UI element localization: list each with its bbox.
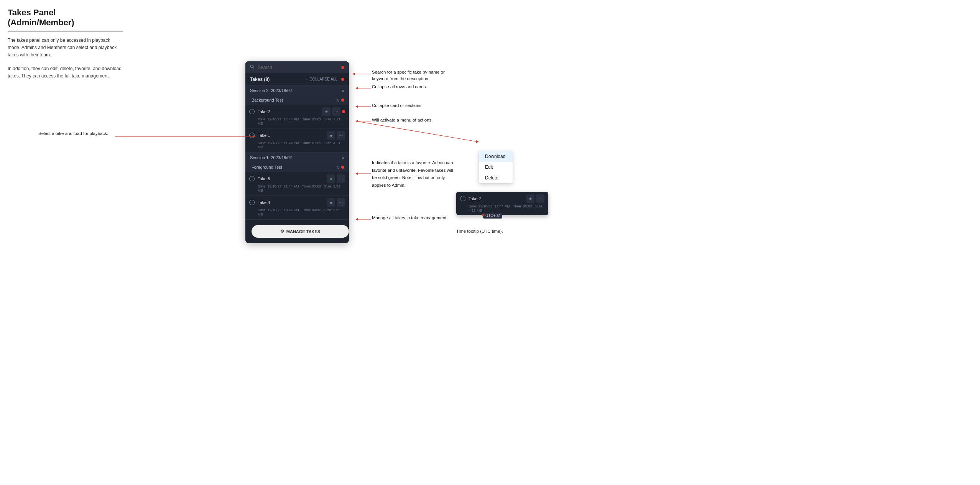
search-input[interactable] — [258, 65, 338, 70]
bottom-take-favorite-button[interactable]: ★ — [526, 194, 534, 203]
ellipsis-icon: ⋯ — [334, 110, 338, 114]
bottom-take-card: Take 2 ★ ⋯ Date: 12/10/22, 12:44 PM Time… — [456, 192, 548, 215]
card-chevron-up-icon-2: ∧ — [336, 165, 339, 169]
take-2-favorite-button[interactable]: ★ — [322, 107, 331, 116]
take-2-name: Take 2 — [258, 109, 270, 114]
session-header-2[interactable]: Session 2: 2023/18/02 ∧ — [245, 85, 349, 95]
manage-annotation: Manage all takes in take management. — [372, 215, 448, 221]
take-row-4: Take 4 ★ ⋯ Date: 12/10/22, 10:44 AM Time… — [245, 196, 349, 219]
take-4-meta: Date: 12/10/22, 10:44 AM Time: 04:02 Siz… — [249, 208, 345, 216]
left-section: Takes Panel (Admin/Member) The takes pan… — [8, 8, 123, 86]
take-row-2: Take 2 ★ ⋯ Date: 12/10/22, 12:44 PM Time… — [245, 105, 349, 128]
context-menu: Download Edit Delete — [478, 151, 513, 184]
take-2-actions: ★ ⋯ — [322, 107, 345, 116]
takes-count-label: Takes (8) — [250, 77, 270, 82]
favorite-annotation: Indicates if a take is a favorite. Admin… — [372, 159, 456, 189]
take-5-actions: ★ ⋯ — [327, 174, 345, 183]
time-tooltip-annotation: Time tooltip (UTC time). — [456, 228, 503, 235]
take-1-actions: ★ ⋯ — [327, 131, 345, 140]
session-title-1: Session 1: 2023/18/02 — [250, 155, 292, 160]
utc-tooltip: UTC+02 — [483, 213, 502, 219]
card-header-foreground[interactable]: Foreground Test ∧ — [245, 163, 349, 172]
take-4-favorite-button[interactable]: ★ — [327, 198, 335, 207]
collapse-card-annotation: Collapse card or sections. — [372, 102, 423, 109]
bottom-take-meta: Date: 12/10/22, 12:44 PM Time: 05:02 Siz… — [460, 204, 544, 212]
takes-header: Takes (8) + COLLAPSE ALL — [245, 73, 349, 85]
collapse-annotation-dot — [341, 78, 344, 81]
card-chevron-up-icon: ∧ — [336, 98, 339, 102]
take-4-menu-button[interactable]: ⋯ — [337, 198, 345, 207]
search-bar — [245, 61, 349, 73]
session-group-2: Session 2: 2023/18/02 ∧ Background Test … — [245, 85, 349, 153]
take-4-actions: ★ ⋯ — [327, 198, 345, 207]
take-1-meta: Date: 12/10/22, 11:44 PM Time: 07:02 Siz… — [249, 141, 345, 149]
background-test-card: Background Test ∧ Take 2 ★ ⋯ — [245, 95, 349, 152]
take-row-5: Take 5 ★ ⋯ Date: 12/10/22, 11:44 AM Time… — [245, 172, 349, 196]
svg-line-1 — [253, 67, 254, 69]
take-1-radio[interactable] — [249, 133, 255, 138]
session-group-1: Session 1: 2023/18/02 ∧ Foreground Test … — [245, 153, 349, 220]
take-2-meta: Date: 12/10/22, 12:44 PM Time: 05:02 Siz… — [249, 117, 345, 125]
take-1-favorite-button[interactable]: ★ — [327, 131, 335, 140]
take-5-name: Take 5 — [258, 176, 270, 181]
ellipsis-icon-2: ⋯ — [339, 133, 343, 138]
card-collapse-dot — [341, 99, 344, 102]
bottom-take-actions: ★ ⋯ — [526, 194, 544, 203]
search-annotation-dot — [341, 66, 344, 69]
menu-annotation-dot — [342, 110, 345, 113]
session-header-1[interactable]: Session 1: 2023/18/02 ∧ — [245, 153, 349, 163]
collapse-all-button[interactable]: + COLLAPSE ALL — [304, 76, 339, 82]
gear-icon: ⚙ — [280, 229, 284, 234]
select-take-annotation: Select a take and load for playback. — [38, 130, 108, 137]
svg-point-0 — [251, 65, 253, 68]
take-5-meta: Date: 12/10/22, 11:44 AM Time: 05:02 Siz… — [249, 184, 345, 192]
manage-takes-wrapper: ⚙ MANAGE TAKES — [245, 220, 349, 243]
take-1-name: Take 1 — [258, 133, 270, 138]
take-row-1: Take 1 ★ ⋯ Date: 12/10/22, 11:44 PM Time… — [245, 128, 349, 152]
bottom-take-name: Take 2 — [469, 196, 481, 201]
search-icon — [250, 64, 255, 70]
collapse-all-annotation: Collapse all rows and cards. — [372, 84, 427, 90]
take-2-menu-button[interactable]: ⋯ — [332, 107, 340, 116]
manage-takes-label: MANAGE TAKES — [286, 229, 320, 234]
session-title-2: Session 2: 2023/18/02 — [250, 88, 292, 93]
search-annotation: Search for a specific take by name or ke… — [372, 69, 456, 82]
context-delete[interactable]: Delete — [479, 173, 513, 183]
take-2-radio[interactable] — [249, 109, 255, 114]
take-5-favorite-button[interactable]: ★ — [327, 174, 335, 183]
foreground-test-label: Foreground Test — [252, 165, 282, 169]
take-5-menu-button[interactable]: ⋯ — [337, 174, 345, 183]
favorite-annotation-dot — [341, 166, 344, 169]
plus-icon: + — [306, 77, 308, 81]
chevron-up-icon: ∧ — [342, 89, 344, 93]
context-download[interactable]: Download — [479, 151, 513, 162]
ellipsis-icon-5: ⋯ — [538, 197, 542, 201]
annotations-svg — [0, 0, 980, 485]
background-test-label: Background Test — [252, 98, 283, 102]
bottom-take-menu-button[interactable]: ⋯ — [536, 194, 544, 203]
context-edit[interactable]: Edit — [479, 162, 513, 173]
chevron-up-icon-2: ∧ — [342, 156, 344, 160]
description-1: The takes panel can only be accessed in … — [8, 37, 123, 59]
manage-takes-button[interactable]: ⚙ MANAGE TAKES — [252, 225, 349, 238]
take-4-radio[interactable] — [249, 200, 255, 205]
collapse-all-label: COLLAPSE ALL — [309, 77, 337, 81]
takes-panel: Takes (8) + COLLAPSE ALL Session 2: 2023… — [245, 61, 349, 243]
description-2: In addition, they can edit, delete, favo… — [8, 65, 123, 80]
take-1-menu-button[interactable]: ⋯ — [337, 131, 345, 140]
foreground-test-card: Foreground Test ∧ Take 5 ★ ⋯ — [245, 163, 349, 219]
take-4-name: Take 4 — [258, 200, 270, 205]
page-title: Takes Panel (Admin/Member) — [8, 8, 123, 31]
ellipsis-icon-3: ⋯ — [339, 177, 343, 181]
card-header-background[interactable]: Background Test ∧ — [245, 95, 349, 105]
menu-annotation: Will activate a menu of actions. — [372, 117, 433, 123]
take-5-radio[interactable] — [249, 176, 255, 181]
ellipsis-icon-4: ⋯ — [339, 201, 343, 205]
bottom-take-radio[interactable] — [460, 196, 465, 201]
